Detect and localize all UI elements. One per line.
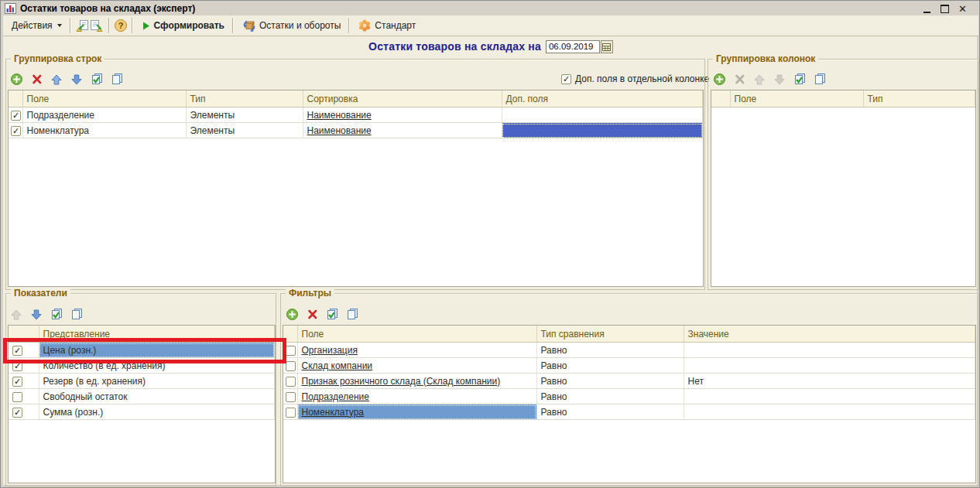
- row-checkbox-cell[interactable]: [283, 404, 297, 420]
- move-down-icon[interactable]: [69, 72, 84, 87]
- checkbox[interactable]: ✓: [12, 346, 22, 356]
- extra-fields-cell[interactable]: [502, 107, 703, 123]
- row-checkbox-cell[interactable]: [283, 358, 297, 374]
- extra-fields-option[interactable]: ✓ Доп. поля в отдельной колонке: [561, 73, 709, 84]
- row-checkbox-cell[interactable]: ✓: [9, 374, 39, 389]
- app-window: Остатки товаров на складах (эксперт) ✕ Д…: [0, 0, 980, 488]
- row-checkbox-cell[interactable]: ✓: [9, 123, 22, 138]
- comparison-cell[interactable]: Равно: [536, 343, 684, 358]
- row-checkbox-cell[interactable]: [283, 343, 297, 358]
- uncheck-all-icon[interactable]: [69, 307, 84, 322]
- standard-button[interactable]: Стандарт: [353, 16, 420, 35]
- filter-field-cell[interactable]: Склад компании: [297, 358, 536, 374]
- move-up-icon[interactable]: [49, 72, 64, 87]
- sort-link[interactable]: Наименование: [307, 125, 372, 136]
- type-cell[interactable]: Элементы: [186, 107, 303, 123]
- check-all-icon[interactable]: [49, 307, 64, 322]
- type-cell[interactable]: Элементы: [186, 123, 303, 138]
- value-cell[interactable]: [684, 404, 975, 420]
- filter-field-link[interactable]: Организация: [302, 345, 358, 356]
- filter-field-cell[interactable]: Подразделение: [297, 389, 536, 404]
- checkbox[interactable]: ✓: [12, 361, 22, 371]
- row-checkbox-cell[interactable]: ✓: [9, 107, 22, 123]
- comparison-cell[interactable]: Равно: [536, 358, 684, 374]
- indicator-cell[interactable]: Свободный остаток: [39, 389, 275, 404]
- delete-icon[interactable]: [29, 72, 44, 87]
- checkbox[interactable]: [286, 408, 296, 418]
- sort-link[interactable]: Наименование: [307, 110, 372, 121]
- filter-field-link[interactable]: Склад компании: [302, 360, 373, 371]
- filter-field-link[interactable]: Подразделение: [302, 391, 369, 402]
- checkbox[interactable]: [286, 361, 296, 371]
- balances-turnovers-button[interactable]: Остатки и обороты: [237, 16, 345, 35]
- help-button[interactable]: ?: [113, 19, 128, 33]
- field-cell[interactable]: Номенклатура: [22, 123, 186, 138]
- toolbar-separator: [70, 18, 71, 33]
- indicators-title: Показатели: [11, 288, 70, 299]
- generate-button[interactable]: Сформировать: [136, 18, 229, 33]
- row-checkbox-cell[interactable]: ✓: [9, 358, 39, 374]
- table-row: ✓ Сумма (розн.): [9, 404, 275, 420]
- check-all-icon[interactable]: [792, 72, 807, 87]
- indicator-cell[interactable]: Сумма (розн.): [39, 404, 275, 420]
- row-checkbox-cell[interactable]: [9, 389, 39, 404]
- move-down-icon[interactable]: [29, 307, 44, 322]
- row-checkbox-cell[interactable]: ✓: [9, 404, 39, 420]
- question-circle-icon: ?: [114, 19, 128, 32]
- save-settings-button[interactable]: [90, 19, 105, 33]
- sort-cell[interactable]: Наименование: [303, 107, 502, 123]
- filter-field-cell[interactable]: Организация: [297, 343, 536, 358]
- filter-field-cell-selected[interactable]: Номенклатура: [297, 404, 536, 420]
- filter-field-link[interactable]: Номенклатура: [302, 407, 365, 418]
- row-checkbox-cell[interactable]: ✓: [9, 343, 39, 358]
- column-grouping-table: Поле Тип: [711, 90, 976, 287]
- uncheck-all-icon[interactable]: [344, 307, 360, 322]
- row-checkbox-cell[interactable]: [283, 389, 297, 404]
- comparison-cell[interactable]: Равно: [536, 374, 684, 389]
- uncheck-all-icon[interactable]: [812, 72, 828, 87]
- value-cell[interactable]: [684, 358, 975, 374]
- check-all-icon[interactable]: [89, 72, 105, 87]
- checkbox[interactable]: [12, 392, 22, 402]
- sort-cell[interactable]: Наименование: [303, 123, 502, 138]
- filter-field-cell[interactable]: Признак розничного склада (Склад компани…: [297, 374, 536, 389]
- column-header-type: Тип: [186, 90, 303, 107]
- delete-icon[interactable]: [304, 307, 320, 322]
- table-row: ✓ Номенклатура Элементы Наименование: [9, 123, 703, 138]
- field-cell[interactable]: Подразделение: [22, 107, 186, 123]
- checkbox[interactable]: ✓: [12, 408, 22, 418]
- checkbox[interactable]: ✓: [12, 377, 22, 387]
- checkbox[interactable]: [286, 377, 296, 387]
- comparison-cell[interactable]: Равно: [536, 404, 684, 420]
- maximize-icon[interactable]: [940, 4, 950, 14]
- date-input[interactable]: [546, 40, 600, 53]
- extra-fields-checkbox[interactable]: ✓: [561, 74, 571, 84]
- extra-fields-cell-selected[interactable]: [502, 123, 703, 138]
- filter-field-link[interactable]: Признак розничного склада (Склад компани…: [302, 376, 501, 387]
- row-checkbox-cell[interactable]: [283, 374, 297, 389]
- check-all-icon[interactable]: [324, 307, 340, 322]
- checkbox[interactable]: [286, 346, 296, 356]
- value-cell[interactable]: [684, 343, 975, 358]
- actions-menu-button[interactable]: Действия: [7, 18, 67, 33]
- column-header: [711, 90, 730, 107]
- add-icon[interactable]: [284, 307, 300, 322]
- indicator-cell[interactable]: Резерв (в ед. хранения): [39, 374, 275, 389]
- value-cell[interactable]: Нет: [684, 374, 975, 389]
- calendar-button[interactable]: [601, 40, 613, 53]
- uncheck-all-icon[interactable]: [109, 72, 125, 87]
- indicator-cell-selected[interactable]: Цена (розн.): [39, 343, 275, 358]
- add-icon[interactable]: [9, 72, 24, 87]
- comparison-cell[interactable]: Равно: [536, 389, 684, 404]
- restore-settings-button[interactable]: [74, 19, 90, 33]
- window-title: Остатки товаров на складах (эксперт): [20, 3, 195, 14]
- checkbox[interactable]: ✓: [11, 126, 21, 136]
- indicator-cell[interactable]: Количество (в ед. хранения): [39, 358, 275, 374]
- add-icon[interactable]: [711, 72, 727, 87]
- checkbox[interactable]: [286, 392, 296, 402]
- main-toolbar: Действия ? Сформировать Остатки и оборот…: [3, 15, 978, 36]
- checkbox[interactable]: ✓: [11, 111, 21, 121]
- value-cell[interactable]: [684, 389, 975, 404]
- minimize-icon[interactable]: [922, 4, 932, 14]
- close-icon[interactable]: ✕: [958, 4, 968, 14]
